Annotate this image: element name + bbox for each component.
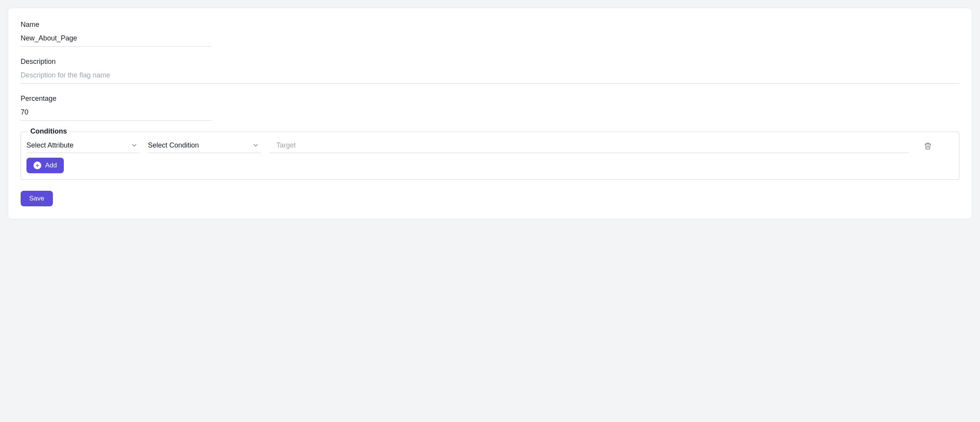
target-input[interactable]	[269, 139, 909, 153]
save-button-label: Save	[29, 195, 44, 202]
flag-form-card: Name Description Percentage Conditions S…	[8, 8, 972, 219]
description-label: Description	[21, 58, 959, 66]
trash-icon	[924, 142, 932, 150]
attribute-select-value: Select Attribute	[26, 141, 74, 149]
condition-select-value: Select Condition	[148, 141, 199, 149]
attribute-select[interactable]: Select Attribute	[26, 139, 139, 153]
conditions-legend: Conditions	[28, 127, 69, 135]
chevron-down-icon	[252, 142, 259, 149]
name-input[interactable]	[21, 32, 211, 47]
conditions-fieldset: Conditions Select Attribute Select Condi…	[21, 132, 959, 180]
percentage-field: Percentage	[21, 95, 959, 121]
add-button-label: Add	[45, 162, 57, 169]
condition-select[interactable]: Select Condition	[148, 139, 261, 153]
chevron-down-icon	[131, 142, 138, 149]
delete-condition-button[interactable]	[922, 140, 934, 152]
save-button[interactable]: Save	[21, 191, 53, 206]
description-input[interactable]	[21, 69, 959, 84]
name-field: Name	[21, 21, 959, 47]
name-label: Name	[21, 21, 959, 29]
plus-circle-icon	[33, 162, 41, 169]
percentage-label: Percentage	[21, 95, 959, 103]
add-condition-button[interactable]: Add	[26, 158, 64, 173]
description-field: Description	[21, 58, 959, 84]
percentage-input[interactable]	[21, 106, 211, 121]
condition-row: Select Attribute Select Condition	[26, 139, 954, 153]
